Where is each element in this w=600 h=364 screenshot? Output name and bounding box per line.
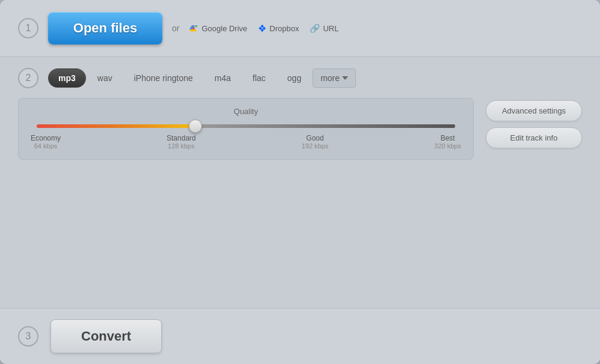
quality-section: Quality Economy 64 kbps Standard 128 kbp… [18,98,582,160]
google-drive-link[interactable]: Google Drive [189,23,247,33]
slider-track-wrapper [37,124,455,128]
step-2-badge: 2 [18,68,38,88]
best-label: Best [441,134,455,142]
chevron-down-icon [342,76,348,80]
dropbox-label: Dropbox [269,24,299,33]
format-tabs: mp3 wav iPhone ringtone m4a flac ogg mor… [48,68,356,88]
format-tab-ogg[interactable]: ogg [277,68,311,88]
format-tab-mp3[interactable]: mp3 [48,68,86,88]
url-link[interactable]: 🔗 URL [310,23,338,33]
standard-kbps: 128 kbps [168,142,195,150]
app-container: 1 Open files or Google Drive ❖ Dropbox 🔗 [0,0,600,364]
edit-track-info-button[interactable]: Edit track info [486,127,582,148]
step-3-badge: 3 [18,326,38,347]
format-tab-m4a[interactable]: m4a [204,68,241,88]
cloud-links: Google Drive ❖ Dropbox 🔗 URL [189,23,338,34]
slider-track-gray [195,124,455,128]
economy-kbps: 64 kbps [34,142,58,150]
dropbox-icon: ❖ [258,23,266,34]
dropbox-link[interactable]: ❖ Dropbox [258,23,299,34]
economy-label: Economy [31,134,61,142]
best-kbps: 320 kbps [434,142,461,150]
slider-track [37,124,455,128]
step-1-badge: 1 [18,18,38,38]
more-label: more [320,73,340,83]
good-kbps: 192 kbps [302,142,329,150]
quality-labels: Economy 64 kbps Standard 128 kbps Good 1… [31,134,461,150]
section-2-header: 2 mp3 wav iPhone ringtone m4a flac ogg m… [18,68,582,88]
quality-label: Quality [31,107,461,116]
quality-slider-thumb[interactable] [189,120,202,133]
format-tab-wav[interactable]: wav [87,68,123,88]
standard-label: Standard [167,134,196,142]
google-drive-icon [189,23,198,33]
format-more-button[interactable]: more [313,68,356,88]
url-label: URL [323,24,338,33]
advanced-settings-button[interactable]: Advanced settings [486,100,582,121]
side-buttons: Advanced settings Edit track info [486,98,582,148]
quality-mark-best: Best 320 kbps [434,134,461,150]
or-text: or [172,23,179,33]
url-icon: 🔗 [310,23,320,33]
section-2: 2 mp3 wav iPhone ringtone m4a flac ogg m… [0,57,600,309]
section-3: 3 Convert [0,309,600,364]
convert-button[interactable]: Convert [51,320,162,353]
format-tab-flac[interactable]: flac [242,68,276,88]
quality-mark-standard: Standard 128 kbps [167,134,196,150]
google-drive-label: Google Drive [201,24,247,33]
quality-slider-container: Quality Economy 64 kbps Standard 128 kbp… [18,98,474,160]
open-files-button[interactable]: Open files [48,12,162,44]
format-tab-iphone[interactable]: iPhone ringtone [124,68,203,88]
good-label: Good [306,134,323,142]
section-1: 1 Open files or Google Drive ❖ Dropbox 🔗 [0,0,600,57]
quality-mark-economy: Economy 64 kbps [31,134,61,150]
quality-mark-good: Good 192 kbps [302,134,329,150]
